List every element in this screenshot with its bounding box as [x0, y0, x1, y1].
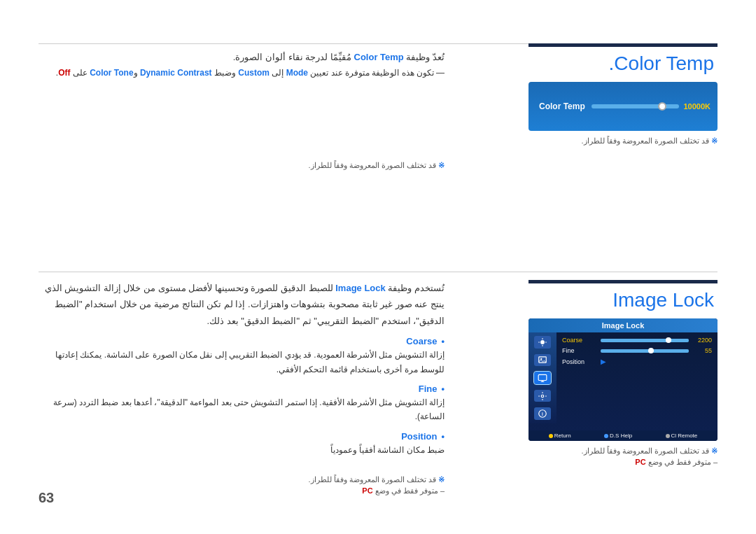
color-temp-highlight: Color Temp: [354, 52, 404, 62]
image-lock-right-note: ※ قد تختلف الصورة المعروضة وفقاً للطراز.…: [528, 447, 718, 467]
osd-icons-panel: i: [528, 332, 556, 423]
off-highlight: Off: [58, 68, 70, 78]
osd-return-text: Return: [554, 433, 571, 439]
osd-dshelp-dot: [604, 434, 608, 438]
svg-point-0: [540, 340, 545, 344]
image-lock-monitor: Image Lock: [528, 318, 718, 441]
color-temp-right-note-text: قد تختلف الصورة المعروضة وفقاً للطراز.: [582, 136, 709, 145]
osd-content-panel: Coarse 2200 Fine 55 Position: [556, 332, 718, 423]
image-lock-notes: ※ قد تختلف الصورة المعروضة وفقاً للطراز.…: [38, 475, 444, 496]
image-lock-top-bar: [528, 280, 718, 283]
note-icon-right-bottom-1: ※: [711, 447, 718, 455]
coarse-desc: إزالة التشويش مثل الأشرطة العمودية. قد ي…: [38, 348, 444, 377]
osd-footer-return: Return: [549, 433, 571, 439]
note-dash-right: –: [713, 458, 718, 466]
fine-desc: إزالة التشويش مثل الأشرطة الأفقية. إذا ا…: [38, 395, 444, 424]
note-dash: –: [440, 486, 444, 495]
osd-footer-clremote: Cl Remote: [666, 433, 698, 439]
image-lock-note-text-2: متوفر فقط في وضع: [373, 486, 438, 495]
image-lock-description: تُستخدم وظيفة Image Lock للصبط الدقيق لل…: [38, 280, 444, 329]
note-icon-top: ※: [438, 161, 444, 169]
display-icon: [538, 373, 547, 383]
mode-highlight: Mode: [286, 68, 308, 78]
image-lock-text-panel: تُستخدم وظيفة Image Lock للصبط الدقيق لل…: [38, 280, 444, 457]
color-temp-slider-thumb: [658, 102, 666, 111]
picture-icon: [538, 355, 547, 365]
position-desc: ضبط مكان الشاشة أفقياً وعمودياً: [38, 443, 444, 457]
section-coarse: Coarse إزالة التشويش مثل الأشرطة العمودي…: [38, 336, 444, 377]
svg-point-10: [541, 395, 544, 398]
pc-highlight-right: PC: [635, 458, 645, 466]
osd-row-position: Position ▶: [562, 358, 712, 365]
osd-position-label: Position: [562, 358, 597, 365]
osd-footer-dshelp: D.S Help: [604, 433, 632, 439]
color-temp-description: تُعدّ وظيفة Color Temp مُقيِّمًا لدرجة ن…: [38, 49, 444, 65]
dynamic-contrast-highlight: Dynamic Contrast: [140, 68, 212, 78]
color-temp-monitor: Color Temp 10000K: [528, 82, 718, 131]
svg-text:i: i: [542, 412, 543, 416]
section-fine: Fine إزالة التشويش مثل الأشرطة الأفقية. …: [38, 384, 444, 424]
note-icon-right-top: ※: [711, 136, 718, 145]
osd-fine-slider: [601, 349, 689, 353]
color-temp-right-note: ※ قد تختلف الصورة المعروضة وفقاً للطراز.: [528, 136, 718, 146]
pc-highlight: PC: [362, 486, 372, 495]
image-lock-note-1: ※ قد تختلف الصورة المعروضة وفقاً للطراز.: [38, 475, 444, 484]
osd-dshelp-text: D.S Help: [610, 433, 632, 439]
color-temp-sub-text: تكون هذه الوظيفة متوفرة عند تعيين Mode إ…: [38, 68, 444, 78]
osd-fine-thumb: [648, 348, 654, 353]
osd-row-fine: Fine 55: [562, 347, 712, 354]
image-lock-title: Image Lock: [528, 289, 718, 311]
image-lock-right-note-text-2: متوفر فقط في وضع: [646, 458, 711, 466]
osd-clremote-text: Cl Remote: [671, 433, 698, 439]
color-temp-text-panel: تُعدّ وظيفة Color Temp مُقيِّمًا لدرجة ن…: [38, 49, 444, 78]
color-temp-right-panel: .Color Temp Color Temp 10000K ※ قد تختلف…: [528, 43, 718, 146]
info-icon: i: [538, 409, 547, 419]
color-temp-title: .Color Temp: [528, 52, 718, 75]
osd-icon-settings: [534, 390, 551, 402]
color-temp-note: ※ قد تختلف الصورة المعروضة وفقاً للطراز.: [38, 161, 444, 170]
image-lock-note-text-1: قد تختلف الصورة المعروضة وفقاً للطراز.: [309, 475, 436, 484]
osd-position-arrow: ▶: [601, 358, 606, 365]
osd-row-coarse: Coarse 2200: [562, 337, 712, 344]
custom-highlight: Custom: [238, 68, 270, 78]
position-title: Position: [38, 431, 444, 442]
color-temp-top-bar: [528, 43, 718, 47]
color-temp-menu-label: Color Temp: [539, 101, 585, 111]
brightness-icon: [538, 337, 547, 347]
color-tone-highlight: Color Tone: [90, 68, 133, 78]
osd-header: Image Lock: [528, 318, 718, 332]
image-lock-note-2: – متوفر فقط في وضع PC: [38, 486, 444, 496]
osd-icon-brightness: [534, 336, 551, 349]
coarse-title: Coarse: [38, 336, 444, 346]
image-lock-right-panel: Image Lock Image Lock: [528, 280, 718, 467]
image-lock-right-note-1: ※ قد تختلف الصورة المعروضة وفقاً للطراز.: [528, 447, 718, 456]
color-temp-slider-track: [592, 104, 679, 108]
settings-icon-osd: [538, 391, 547, 401]
osd-fine-value: 55: [692, 347, 712, 354]
fine-title: Fine: [38, 384, 444, 394]
color-temp-slider-container: 10000K: [592, 104, 679, 108]
osd-coarse-value: 2200: [692, 337, 712, 344]
image-lock-highlight: Image Lock: [335, 283, 386, 293]
osd-coarse-thumb: [666, 337, 671, 343]
osd-fine-label: Fine: [562, 347, 597, 354]
section-position: Position ضبط مكان الشاشة أفقياً وعمودياً: [38, 431, 444, 457]
osd-icon-info: i: [534, 407, 551, 420]
svg-rect-7: [538, 374, 547, 380]
color-temp-note-text: قد تختلف الصورة المعروضة وفقاً للطراز.: [309, 161, 436, 169]
osd-footer: Return D.S Help Cl Remote: [528, 430, 718, 441]
osd-return-dot: [549, 434, 553, 438]
osd-clremote-dot: [666, 434, 670, 438]
osd-coarse-slider: [601, 339, 689, 342]
image-lock-right-note-2: – متوفر فقط في وضع PC: [528, 458, 718, 467]
color-temp-slider-value: 10000K: [683, 102, 710, 111]
note-icon-bottom-1: ※: [438, 475, 444, 484]
osd-icon-display: [534, 372, 551, 384]
color-temp-main-text: تُعدّ وظيفة Color Temp مُقيِّمًا لدرجة ن…: [233, 52, 444, 62]
middle-divider: [38, 272, 718, 272]
osd-icon-picture: [534, 354, 551, 367]
osd-body: i Coarse 2200 Fine: [528, 332, 718, 423]
osd-header-text: Image Lock: [602, 321, 645, 330]
osd-coarse-label: Coarse: [562, 337, 597, 344]
image-lock-right-note-text-1: قد تختلف الصورة المعروضة وفقاً للطراز.: [582, 447, 709, 455]
